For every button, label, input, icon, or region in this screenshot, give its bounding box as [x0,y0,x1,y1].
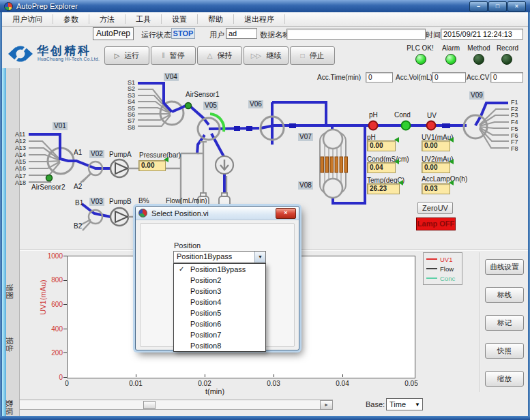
valve-label-v07[interactable]: V07 [298,133,313,141]
y-tickmark [63,352,67,353]
valve-label-v05[interactable]: V05 [203,102,218,110]
pump-a-icon [111,160,128,177]
menu-parameters[interactable]: 参数 [53,14,89,24]
option-position3[interactable]: Position3 [174,286,265,297]
valve-v04[interactable] [160,102,183,125]
air-sensor1-dot [186,103,192,109]
option-position2[interactable]: Position2 [174,275,265,286]
option-label: Position3 [190,287,221,295]
zoom-button[interactable]: 缩放 [485,371,524,387]
hold-button[interactable]: △ 保持 [197,46,242,65]
option-position6[interactable]: Position6 [174,318,265,329]
option-position7[interactable]: Position7 [174,329,265,340]
tube-fittings [234,123,450,131]
option-position4[interactable]: Position4 [174,297,265,308]
y-tick-200: 200 [40,349,63,357]
x-tick-0: 0 [53,380,80,387]
uv-inline-label: UV [427,112,437,119]
valve-label-v09[interactable]: V09 [469,91,484,100]
valve-v01[interactable] [48,148,74,174]
snapshot-button[interactable]: 快照 [485,343,524,359]
option-label: Position2 [190,276,221,284]
autoprep-button[interactable]: AutoPrep [93,27,134,40]
acclampon-indicator-arrow [449,180,454,185]
ph-sensor-dot [369,121,378,130]
menu-user-access[interactable]: 用户访问 [2,14,53,24]
dialog-close-button[interactable]: × [276,208,296,219]
a-ports-list: A11 A12 A13 A14 A15 A16 A17 A18 [15,131,26,186]
base-select[interactable]: Time ▼ [386,398,423,410]
stop-button[interactable]: □ 停止 [290,46,335,65]
pressure-indicator-arrow [164,157,168,162]
air-sensor1-label: AirSensor1 [186,91,219,98]
chart-panel-divider [479,252,480,392]
record-led-label: Record [493,44,522,52]
left-tab-chromatogram[interactable]: 谱图 [4,278,14,305]
scroll-right-arrow-icon[interactable]: ► [320,400,333,410]
title-bar: AutoPrep Explorer – □ × [0,0,530,12]
acclampon-readout-label: AccLampOn(h) [422,175,467,183]
valve-v05[interactable] [198,118,220,140]
option-position1bypass[interactable]: ✓Position1Bypass [174,264,265,275]
run-button[interactable]: ▷ 运行 [104,46,149,65]
port-a18: A18 [15,179,26,186]
menu-bar: 用户访问 参数 方法 工具 设置 帮助 退出程序 [2,12,528,27]
y-tickmark [63,329,67,329]
run-status-value: STOP [171,28,195,39]
option-position8[interactable]: Position8 [174,340,265,351]
acc-cv-label: Acc.CV [467,74,489,81]
left-tab-strip [6,68,20,416]
valve-label-v02[interactable]: V02 [89,150,104,158]
valve-label-v01[interactable]: V01 [53,122,68,130]
resume-button-label: 继续 [266,50,281,61]
valve-v06[interactable] [261,117,284,140]
menu-help[interactable]: 帮助 [198,14,234,24]
resume-button[interactable]: ▷▷ 继续 [244,46,289,65]
data-name-input[interactable] [286,29,426,40]
chart-h-scrollbar[interactable] [5,400,333,410]
position-field-label: Position [174,241,201,250]
inlet-a1-label: A1 [74,149,82,156]
acclampon-readout-value: 0.03 [422,183,450,194]
zero-uv-button[interactable]: ZeroUV [417,202,453,214]
position-select[interactable]: Position1Bypass ▼ [173,251,266,263]
mark-button[interactable]: 标记 [485,315,524,331]
marker-line-button[interactable]: 标线 [485,287,524,303]
dialog-title: Select Position.vi [151,209,209,217]
valve-label-v03[interactable]: V03 [89,198,104,206]
cond-inline-label: Cond [394,111,411,119]
valve-v08[interactable] [323,179,342,198]
valve-v02[interactable] [89,162,102,175]
valve-label-v06[interactable]: V06 [248,100,263,108]
valve-label-v04[interactable]: V04 [164,73,179,81]
valve-label-v08[interactable]: V08 [298,181,313,190]
left-tab-report[interactable]: 报告 [4,331,14,359]
pump-a-group[interactable] [83,160,128,182]
menu-settings[interactable]: 设置 [162,14,198,24]
curve-settings-button[interactable]: 曲线设置 [485,259,524,275]
run-status-label: 运行状态 [141,30,171,40]
valve-v03[interactable] [89,210,102,224]
menu-method[interactable]: 方法 [89,14,126,24]
scrollbar-thumb[interactable] [143,401,156,409]
combo-dropdown-icon[interactable]: ▼ [254,252,265,262]
x-tick-003: 0.03 [260,380,287,387]
x-tick-004: 0.04 [329,380,356,387]
dialog-title-bar[interactable]: Select Position.vi × [136,207,299,220]
time-value: 2015/09/21 12:24:13 [441,29,523,40]
menu-tools[interactable]: 工具 [126,14,162,24]
valve-v09[interactable] [464,115,487,138]
port-a12: A12 [15,138,26,145]
pause-button[interactable]: ‖ 暂停 [151,46,196,65]
maximize-button[interactable]: □ [488,1,507,12]
close-button[interactable]: × [507,1,526,12]
lamp-off-button[interactable]: Lamp OFF [416,217,456,230]
minimize-button[interactable]: – [469,1,488,12]
ph-inline-label: pH [369,111,378,119]
option-position5[interactable]: Position5 [174,308,265,318]
x-tick-001: 0.01 [122,380,149,387]
user-input[interactable]: ad [226,28,257,39]
hold-icon: △ [207,52,213,59]
valve-v07[interactable] [323,130,342,149]
menu-exit[interactable]: 退出程序 [234,14,285,24]
